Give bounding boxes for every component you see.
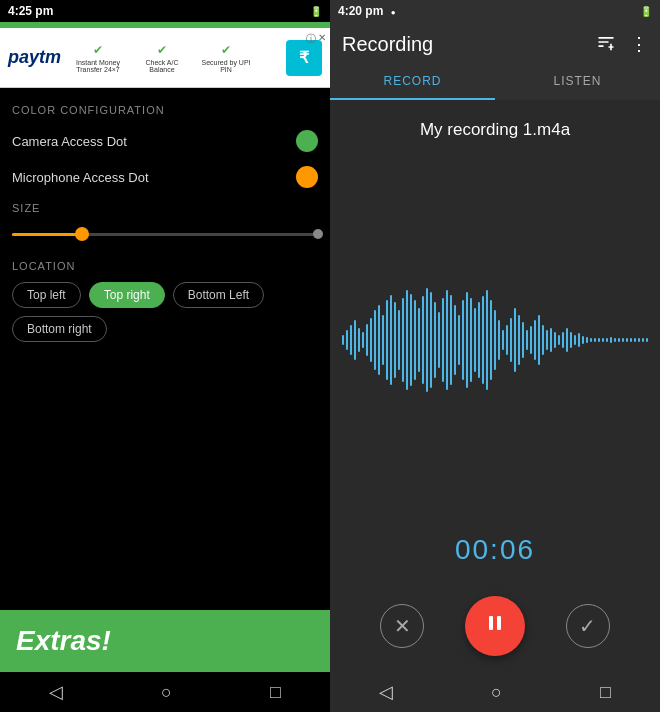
confirm-icon: ✓ xyxy=(579,614,596,638)
slider-thumb-right[interactable] xyxy=(313,229,323,239)
svg-rect-65 xyxy=(602,338,604,342)
home-button-left[interactable]: ○ xyxy=(161,682,172,703)
pause-record-button[interactable] xyxy=(465,596,525,656)
svg-rect-64 xyxy=(598,338,600,342)
svg-rect-56 xyxy=(566,328,568,352)
config-section: COLOR CONFIGURATION Camera Access Dot Mi… xyxy=(0,88,330,610)
recording-filename: My recording 1.m4a xyxy=(420,120,570,140)
color-config-title: COLOR CONFIGURATION xyxy=(12,104,318,116)
svg-rect-74 xyxy=(638,338,640,342)
svg-rect-4 xyxy=(358,328,360,352)
check-icon-2: ✔ xyxy=(157,43,167,57)
app-title: Recording xyxy=(342,33,433,56)
svg-rect-6 xyxy=(366,324,368,356)
svg-rect-77 xyxy=(489,616,493,630)
chip-bottom-right[interactable]: Bottom right xyxy=(12,316,107,342)
svg-rect-35 xyxy=(482,296,484,384)
svg-rect-32 xyxy=(470,298,472,382)
controls-row: ✕ ✓ xyxy=(330,586,660,672)
slider-thumb-left[interactable] xyxy=(75,227,89,241)
status-bar-left: 4:25 pm 🔋 xyxy=(0,0,330,22)
tab-listen[interactable]: LISTEN xyxy=(495,64,660,100)
svg-rect-70 xyxy=(622,338,624,342)
svg-rect-3 xyxy=(354,320,356,360)
chip-top-right[interactable]: Top right xyxy=(89,282,165,308)
tune-icon[interactable] xyxy=(596,32,616,56)
ad-info-icon: ⓘ xyxy=(306,32,316,46)
confirm-button[interactable]: ✓ xyxy=(566,604,610,648)
more-icon[interactable]: ⋮ xyxy=(630,33,648,55)
svg-rect-66 xyxy=(606,338,608,342)
mic-dot[interactable] xyxy=(296,166,318,188)
size-label: SIZE xyxy=(12,202,318,214)
svg-rect-34 xyxy=(478,302,480,378)
size-slider[interactable] xyxy=(12,224,318,244)
tab-record[interactable]: RECORD xyxy=(330,64,495,100)
ad-banner[interactable]: paytm ✔ Instant Money Transfer 24×7 ✔ Ch… xyxy=(0,28,330,88)
chip-top-left[interactable]: Top left xyxy=(12,282,81,308)
tabs: RECORD LISTEN xyxy=(330,64,660,100)
location-chips: Top left Top right Bottom Left Bottom ri… xyxy=(12,282,318,342)
svg-rect-18 xyxy=(414,300,416,380)
svg-rect-23 xyxy=(434,302,436,378)
svg-rect-73 xyxy=(634,338,636,342)
svg-rect-67 xyxy=(610,337,612,343)
svg-rect-47 xyxy=(530,326,532,354)
back-button-right[interactable]: ◁ xyxy=(379,681,393,703)
extras-bar[interactable]: Extras! xyxy=(0,610,330,672)
rupee-icon: ₹ xyxy=(286,40,322,76)
svg-rect-29 xyxy=(458,315,460,365)
back-button-left[interactable]: ◁ xyxy=(49,681,63,703)
battery-icon-right: 🔋 xyxy=(640,6,652,17)
svg-rect-28 xyxy=(454,305,456,375)
svg-rect-40 xyxy=(502,330,504,350)
recent-button-right[interactable]: □ xyxy=(600,682,611,703)
svg-rect-55 xyxy=(562,332,564,348)
svg-rect-78 xyxy=(497,616,501,630)
ad-feature-text-3: Secured by UPI PIN xyxy=(197,59,255,73)
camera-dot[interactable] xyxy=(296,130,318,152)
svg-rect-13 xyxy=(394,302,396,378)
svg-rect-76 xyxy=(646,338,648,342)
svg-rect-53 xyxy=(554,332,556,348)
nav-bar-right: ◁ ○ □ xyxy=(330,672,660,712)
svg-rect-69 xyxy=(618,338,620,342)
svg-rect-48 xyxy=(534,320,536,360)
home-button-right[interactable]: ○ xyxy=(491,682,502,703)
svg-rect-24 xyxy=(438,312,440,368)
recent-button-left[interactable]: □ xyxy=(270,682,281,703)
svg-rect-7 xyxy=(370,318,372,362)
svg-rect-10 xyxy=(382,315,384,365)
pause-icon xyxy=(483,611,507,641)
svg-rect-2 xyxy=(350,325,352,355)
ad-feature-1: ✔ Instant Money Transfer 24×7 xyxy=(69,43,127,73)
waveform-container: // Generate waveform bars xyxy=(330,156,660,524)
nav-bar-left: ◁ ○ □ xyxy=(0,672,330,712)
svg-rect-59 xyxy=(578,333,580,347)
time-left: 4:25 pm xyxy=(8,4,53,18)
svg-rect-46 xyxy=(526,330,528,350)
svg-rect-51 xyxy=(546,330,548,350)
timer-display: 00:06 xyxy=(455,534,535,566)
svg-rect-58 xyxy=(574,335,576,345)
time-right: 4:20 pm ● xyxy=(338,4,396,18)
status-icons-left: 🔋 xyxy=(310,6,322,17)
battery-icon: 🔋 xyxy=(310,6,322,17)
svg-rect-49 xyxy=(538,315,540,365)
status-icons-right: 🔋 xyxy=(640,6,652,17)
size-section: SIZE xyxy=(12,202,318,244)
check-icon-3: ✔ xyxy=(221,43,231,57)
ad-close-icon[interactable]: ✕ xyxy=(318,32,326,43)
svg-rect-39 xyxy=(498,320,500,360)
svg-rect-33 xyxy=(474,308,476,372)
svg-rect-63 xyxy=(594,338,596,342)
svg-rect-61 xyxy=(586,337,588,343)
paytm-logo: paytm xyxy=(8,47,61,68)
chip-bottom-left[interactable]: Bottom Left xyxy=(173,282,264,308)
cancel-button[interactable]: ✕ xyxy=(380,604,424,648)
svg-rect-75 xyxy=(642,338,644,342)
check-icon-1: ✔ xyxy=(93,43,103,57)
ad-features: ✔ Instant Money Transfer 24×7 ✔ Check A/… xyxy=(69,43,286,73)
svg-rect-20 xyxy=(422,296,424,384)
svg-rect-54 xyxy=(558,335,560,345)
